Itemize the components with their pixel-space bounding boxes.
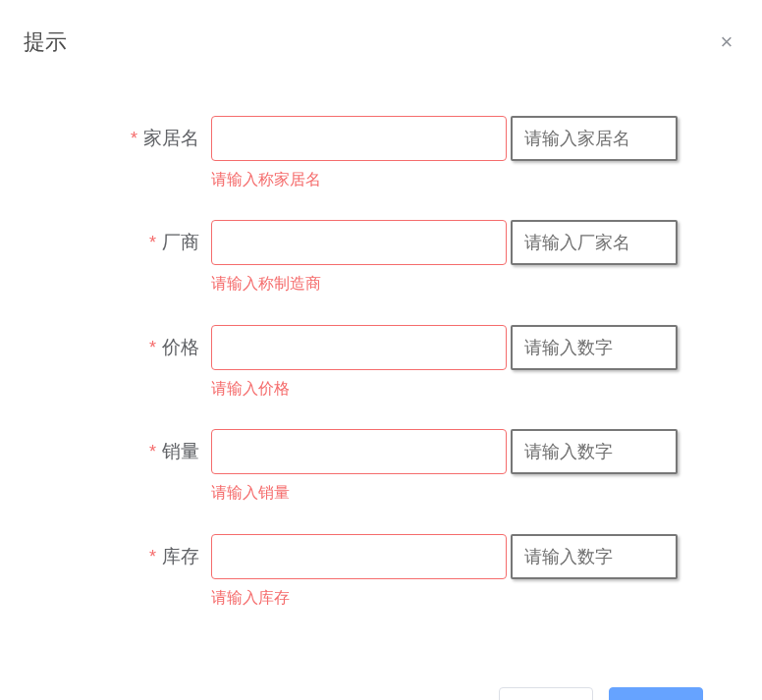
name-append-hint: 请输入家居名 [511, 116, 678, 161]
label-text-manufacturer: 厂商 [162, 232, 199, 252]
form-row-price: *价格 请输入数字 请输入价格 [49, 325, 713, 400]
close-icon[interactable]: × [715, 31, 738, 53]
required-asterisk-icon: * [149, 547, 156, 566]
sales-append-hint: 请输入数字 [511, 429, 678, 474]
confirm-button[interactable]: 确定 [609, 687, 703, 700]
input-col-price: 请输入数字 请输入价格 [211, 325, 678, 400]
required-asterisk-icon: * [149, 442, 156, 461]
label-text-stock: 库存 [162, 546, 199, 566]
input-col-sales: 请输入数字 请输入销量 [211, 429, 678, 504]
form: *家居名 请输入家居名 请输入称家居名 *厂商 请输入厂家名 请输入称制造商 [20, 77, 742, 668]
name-input[interactable] [211, 116, 507, 161]
form-row-stock: *库存 请输入数字 请输入库存 [49, 534, 713, 609]
input-row-manufacturer: 请输入厂家名 [211, 220, 678, 265]
input-row-sales: 请输入数字 [211, 429, 678, 474]
required-asterisk-icon: * [149, 338, 156, 357]
label-text-price: 价格 [162, 337, 199, 357]
manufacturer-input[interactable] [211, 220, 507, 265]
dialog-header: 提示 × [20, 20, 742, 77]
label-price: *价格 [49, 325, 211, 360]
price-input[interactable] [211, 325, 507, 370]
input-row-price: 请输入数字 [211, 325, 678, 370]
label-name: *家居名 [49, 116, 211, 151]
sales-error-message: 请输入销量 [211, 474, 678, 504]
label-text-sales: 销量 [162, 441, 199, 461]
input-col-manufacturer: 请输入厂家名 请输入称制造商 [211, 220, 678, 295]
label-manufacturer: *厂商 [49, 220, 211, 255]
manufacturer-error-message: 请输入称制造商 [211, 265, 678, 295]
price-append-hint: 请输入数字 [511, 325, 678, 370]
dialog-title: 提示 [24, 27, 67, 57]
cancel-button[interactable]: 取消 [499, 687, 593, 700]
label-text-name: 家居名 [143, 128, 199, 148]
sales-input[interactable] [211, 429, 507, 474]
input-col-stock: 请输入数字 请输入库存 [211, 534, 678, 609]
form-row-name: *家居名 请输入家居名 请输入称家居名 [49, 116, 713, 190]
input-row-stock: 请输入数字 [211, 534, 678, 579]
dialog: 提示 × *家居名 请输入家居名 请输入称家居名 *厂商 请 [0, 0, 762, 700]
dialog-footer: 取消 确定 [20, 668, 742, 700]
name-error-message: 请输入称家居名 [211, 161, 678, 190]
form-row-sales: *销量 请输入数字 请输入销量 [49, 429, 713, 504]
manufacturer-append-hint: 请输入厂家名 [511, 220, 678, 265]
stock-error-message: 请输入库存 [211, 579, 678, 609]
stock-append-hint: 请输入数字 [511, 534, 678, 579]
required-asterisk-icon: * [131, 129, 137, 148]
label-stock: *库存 [49, 534, 211, 569]
stock-input[interactable] [211, 534, 507, 579]
price-error-message: 请输入价格 [211, 370, 678, 400]
input-row-name: 请输入家居名 [211, 116, 678, 161]
required-asterisk-icon: * [149, 233, 156, 252]
form-row-manufacturer: *厂商 请输入厂家名 请输入称制造商 [49, 220, 713, 295]
label-sales: *销量 [49, 429, 211, 464]
input-col-name: 请输入家居名 请输入称家居名 [211, 116, 678, 190]
